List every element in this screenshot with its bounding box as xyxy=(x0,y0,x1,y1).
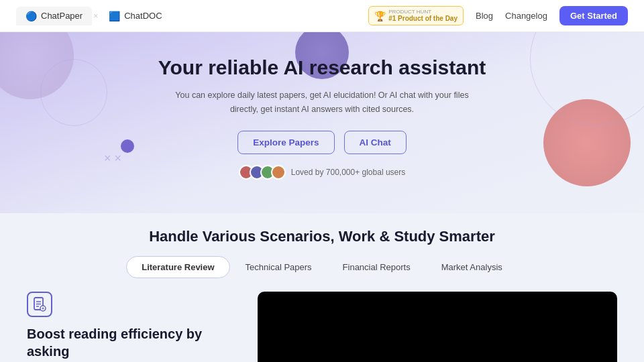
video-area: Audio/video is not supported xyxy=(258,292,617,362)
tab-chatdoc[interactable]: 🟦 ChatDOC xyxy=(99,7,171,25)
social-proof-text: Loved by 700,000+ global users xyxy=(291,168,405,177)
blog-link[interactable]: Blog xyxy=(476,11,493,21)
tab-market-analysis[interactable]: Market Analysis xyxy=(426,256,518,278)
badge-trophy-icon: 🏆 xyxy=(374,11,386,21)
hero-section: × × Your reliable AI research assistant … xyxy=(0,32,644,213)
avatar-4 xyxy=(271,165,286,180)
badge-top-text: PRODUCT HUNT xyxy=(388,9,458,15)
explore-papers-button[interactable]: Explore Papers xyxy=(237,131,334,154)
product-hunt-badge[interactable]: 🏆 PRODUCT HUNT #1 Product of the Day xyxy=(368,6,464,26)
changelog-link[interactable]: Changelog xyxy=(505,11,547,21)
badge-main-text: #1 Product of the Day xyxy=(388,15,458,23)
tab-literature-review[interactable]: Literature Review xyxy=(126,256,229,278)
document-icon xyxy=(27,292,52,317)
chatdoc-label: ChatDOC xyxy=(124,11,162,21)
tab-financial-reports[interactable]: Financial Reports xyxy=(327,256,426,278)
section-title: Handle Various Scenarios, Work & Study S… xyxy=(27,228,617,245)
badge-text-wrap: PRODUCT HUNT #1 Product of the Day xyxy=(388,9,458,23)
circle-outline-2 xyxy=(530,32,644,126)
content-row: Boost reading efficiency by asking Don't… xyxy=(27,292,617,362)
nav-right: 🏆 PRODUCT HUNT #1 Product of the Day Blo… xyxy=(368,6,628,26)
avatar-group xyxy=(239,165,286,180)
get-started-button[interactable]: Get Started xyxy=(559,6,628,25)
tab-technical-papers[interactable]: Technical Papers xyxy=(230,256,327,278)
chatpaper-icon: 🔵 xyxy=(25,11,37,21)
chatdoc-icon: 🟦 xyxy=(109,11,120,21)
social-proof: Loved by 700,000+ global users xyxy=(0,165,644,180)
content-left: Boost reading efficiency by asking Don't… xyxy=(27,292,241,362)
tab-chatpaper[interactable]: 🔵 ChatPaper xyxy=(16,7,92,25)
navbar: 🔵 ChatPaper × 🟦 ChatDOC 🏆 PRODUCT HUNT #… xyxy=(0,0,644,32)
hero-buttons: Explore Papers AI Chat xyxy=(0,131,644,154)
chatpaper-label: ChatPaper xyxy=(41,11,83,21)
hero-subtitle: You can explore daily latest papers, get… xyxy=(174,88,470,117)
tab-separator: × xyxy=(93,11,98,21)
lower-section: Handle Various Scenarios, Work & Study S… xyxy=(0,213,644,362)
ai-chat-button[interactable]: AI Chat xyxy=(344,131,407,154)
scenario-tabs: Literature Review Technical Papers Finan… xyxy=(27,256,617,278)
content-heading: Boost reading efficiency by asking xyxy=(27,325,241,360)
nav-tabs-left: 🔵 ChatPaper × 🟦 ChatDOC xyxy=(16,7,172,25)
hero-title: Your reliable AI research assistant xyxy=(0,56,644,79)
